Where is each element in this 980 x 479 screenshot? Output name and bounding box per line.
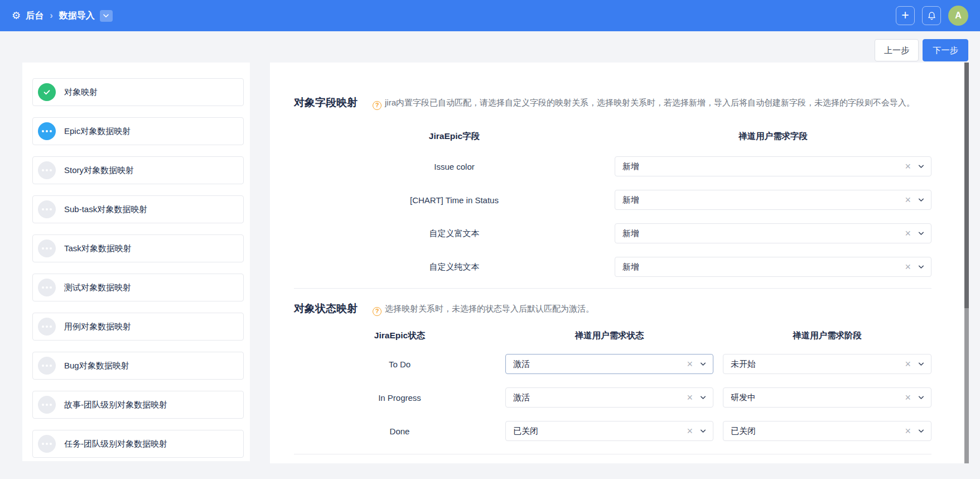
bell-icon xyxy=(927,11,936,21)
column-header-zentao-status: 禅道用户需求状态 xyxy=(505,330,713,342)
clear-icon[interactable] xyxy=(905,161,911,171)
zentao-field-select[interactable]: 新增 xyxy=(615,156,931,176)
select-value: 新增 xyxy=(622,228,639,239)
clear-icon[interactable] xyxy=(905,262,911,272)
chevron-down-icon[interactable] xyxy=(918,264,925,271)
column-header-jira-field: JiraEpic字段 xyxy=(294,131,615,142)
clear-icon[interactable] xyxy=(905,195,911,205)
step-status-icon xyxy=(38,279,56,296)
sidebar-step-item[interactable]: Bug对象数据映射 xyxy=(32,352,244,380)
step-status-icon xyxy=(38,83,56,101)
sidebar-step-item[interactable]: 用例对象数据映射 xyxy=(32,313,244,341)
jira-field-label: [CHART] Time in Status xyxy=(294,195,615,205)
clear-icon[interactable] xyxy=(687,359,693,369)
clear-icon[interactable] xyxy=(905,228,911,238)
add-button[interactable]: + xyxy=(896,6,915,25)
zentao-field-select[interactable]: 新增 xyxy=(615,223,931,243)
clear-icon[interactable] xyxy=(905,359,911,369)
zentao-stage-select[interactable]: 已关闭 xyxy=(723,421,931,441)
clear-icon[interactable] xyxy=(905,392,911,403)
check-icon xyxy=(42,88,51,97)
topbar-actions: + A xyxy=(896,6,968,26)
zentao-status-select[interactable]: 已关闭 xyxy=(505,421,713,441)
field-mapping-row: 自定义富文本 新增 xyxy=(294,217,931,250)
step-status-icon xyxy=(38,435,56,453)
column-header-zentao-stage: 禅道用户需求阶段 xyxy=(723,330,931,342)
sidebar-step-item[interactable]: Epic对象数据映射 xyxy=(32,117,244,145)
sidebar-step-item[interactable]: Story对象数据映射 xyxy=(32,156,244,184)
zentao-field-select[interactable]: 新增 xyxy=(615,257,931,277)
chevron-down-icon[interactable] xyxy=(699,428,707,435)
ellipsis-icon xyxy=(42,443,44,445)
ellipsis-icon xyxy=(42,365,44,367)
breadcrumb-current[interactable]: 数据导入 xyxy=(59,10,95,22)
zentao-status-select[interactable]: 激活 xyxy=(505,354,713,374)
breadcrumb-dropdown-button[interactable] xyxy=(100,10,113,22)
prev-step-button[interactable]: 上一步 xyxy=(875,39,919,61)
jira-field-label: 自定义纯文本 xyxy=(294,262,615,272)
chevron-down-icon[interactable] xyxy=(918,230,925,237)
jira-status-label: In Progress xyxy=(294,393,505,403)
zentao-stage-select[interactable]: 未开始 xyxy=(723,354,931,374)
select-value: 激活 xyxy=(513,392,530,403)
step-label: Task对象数据映射 xyxy=(64,243,132,254)
field-mapping-help: jira内置字段已自动匹配，请选择自定义字段的映射关系，选择映射关系时，若选择新… xyxy=(373,95,931,110)
notifications-button[interactable] xyxy=(922,6,941,25)
select-value: 新增 xyxy=(622,262,639,272)
scrollbar-track[interactable] xyxy=(964,63,969,463)
breadcrumb-root[interactable]: 后台 xyxy=(26,10,44,22)
sidebar-step-item[interactable]: 故事-团队级别对象数据映射 xyxy=(32,391,244,419)
sidebar-step-item[interactable]: Task对象数据映射 xyxy=(32,234,244,262)
clear-icon[interactable] xyxy=(905,426,911,436)
help-icon xyxy=(373,101,382,110)
clear-icon[interactable] xyxy=(687,426,693,436)
breadcrumb: ⚙︎ 后台 › 数据导入 xyxy=(12,10,113,22)
chevron-down-icon[interactable] xyxy=(699,394,707,401)
status-mapping-row: In Progress 激活 研发中 xyxy=(294,381,931,414)
help-icon xyxy=(373,307,382,316)
sidebar-step-item[interactable]: 对象映射 xyxy=(32,78,244,106)
step-label: Sub-task对象数据映射 xyxy=(64,204,147,215)
zentao-field-select[interactable]: 新增 xyxy=(615,190,931,210)
next-step-button[interactable]: 下一步 xyxy=(923,39,968,61)
plus-icon: + xyxy=(901,9,909,22)
zentao-stage-select[interactable]: 研发中 xyxy=(723,387,931,408)
step-label: 对象映射 xyxy=(64,87,98,98)
chevron-down-icon[interactable] xyxy=(918,394,925,401)
status-mapping-help: 选择映射关系时，未选择的状态导入后默认匹配为激活。 xyxy=(373,301,931,316)
step-label: 测试对象数据映射 xyxy=(64,282,131,293)
sidebar-step-item[interactable]: 任务-团队级别对象数据映射 xyxy=(32,430,244,458)
ellipsis-icon xyxy=(42,286,44,289)
ellipsis-icon xyxy=(42,325,44,328)
topbar: ⚙︎ 后台 › 数据导入 + A xyxy=(0,0,980,31)
zentao-status-select[interactable]: 激活 xyxy=(505,387,713,408)
main-panel: 对象字段映射 jira内置字段已自动匹配，请选择自定义字段的映射关系，选择映射关… xyxy=(270,63,964,463)
status-mapping-rows: To Do 激活 未开始 In Progress xyxy=(294,347,931,448)
jira-field-label: 自定义富文本 xyxy=(294,228,615,239)
field-mapping-rows: Issue color 新增 [CHART] Time in Status 新增 xyxy=(294,150,931,284)
select-value: 未开始 xyxy=(731,359,756,370)
ellipsis-icon xyxy=(42,169,44,171)
chevron-down-icon[interactable] xyxy=(918,361,925,368)
step-status-icon xyxy=(38,396,56,414)
step-label: Story对象数据映射 xyxy=(64,165,134,176)
status-mapping-row: Done 已关闭 已关闭 xyxy=(294,414,931,448)
step-label: 故事-团队级别对象数据映射 xyxy=(64,400,167,410)
status-mapping-title: 对象状态映射 xyxy=(294,301,373,316)
sidebar-step-item[interactable]: 测试对象数据映射 xyxy=(32,274,244,301)
section-divider xyxy=(294,454,931,454)
scrollbar-thumb[interactable] xyxy=(964,63,969,308)
avatar[interactable]: A xyxy=(948,6,968,26)
clear-icon[interactable] xyxy=(687,392,693,403)
sidebar-step-item[interactable]: Sub-task对象数据映射 xyxy=(32,195,244,223)
select-value: 激活 xyxy=(513,359,530,370)
chevron-down-icon[interactable] xyxy=(699,361,707,368)
field-mapping-title: 对象字段映射 xyxy=(294,95,373,110)
chevron-down-icon[interactable] xyxy=(918,197,925,204)
step-status-icon xyxy=(38,200,56,218)
step-label: Epic对象数据映射 xyxy=(64,126,131,137)
select-value: 新增 xyxy=(622,161,639,172)
wizard-toolbar: 上一步 下一步 xyxy=(0,31,980,63)
chevron-down-icon[interactable] xyxy=(918,163,925,170)
chevron-down-icon[interactable] xyxy=(918,428,925,435)
